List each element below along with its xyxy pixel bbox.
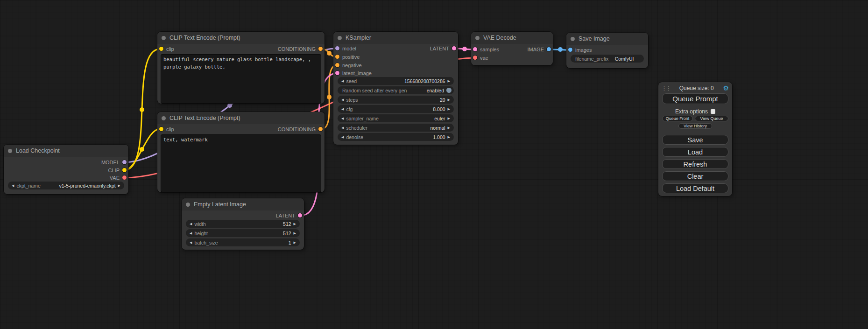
decrement-arrow-icon[interactable]: ◀ [341,133,344,140]
node-vae-decode[interactable]: VAE Decode samples vae IMAGE [471,32,553,65]
prompt-textarea[interactable]: text, watermark [161,134,321,192]
clear-button[interactable]: Clear [662,171,728,181]
drag-handle-icon[interactable]: ⋮⋮ [662,85,670,91]
widget-label: Random seed after every gen [342,88,407,93]
increment-arrow-icon[interactable]: ▶ [448,96,450,103]
load-default-button[interactable]: Load Default [662,183,728,193]
output-slot-vae: VAE [4,174,128,182]
queue-prompt-button[interactable]: Queue Prompt [662,93,728,104]
queue-front-button[interactable]: Queue Front [662,116,693,121]
toggle-dot[interactable] [446,88,452,93]
collapse-dot-icon[interactable] [162,36,166,40]
widget-label: denoise [346,134,363,140]
clip-output-port[interactable] [122,168,127,172]
decrement-arrow-icon[interactable]: ◀ [341,105,344,112]
widget-value: 512 [283,231,291,236]
save-button[interactable]: Save [662,135,728,145]
seed-widget[interactable]: ◀ seed 156680208700286 ▶ [338,77,453,84]
widget-value: v1-5-pruned-emaonly.ckpt [59,183,115,189]
node-title: Load Checkpoint [16,147,60,154]
latent-output-port[interactable] [298,213,302,217]
prompt-textarea[interactable]: beautiful scenery nature glass bottle la… [161,54,321,104]
increment-arrow-icon[interactable]: ▶ [448,77,450,84]
collapse-dot-icon[interactable] [186,203,190,207]
increment-arrow-icon[interactable]: ▶ [118,182,120,189]
node-header[interactable]: KSampler [333,32,458,44]
widget-label: ckpt_name [16,183,40,189]
sampler-name-widget[interactable]: ◀ sampler_name euler ▶ [338,115,453,122]
increment-arrow-icon[interactable]: ▶ [448,124,450,131]
node-empty-latent-image[interactable]: Empty Latent Image LATENT ◀ width 512 ▶ … [182,198,304,250]
node-clip-text-encode-positive[interactable]: CLIP Text Encode (Prompt) clip CONDITION… [157,32,325,104]
collapse-dot-icon[interactable] [338,36,342,40]
node-save-image[interactable]: Save Image images filename_prefix ComfyU… [566,33,648,68]
conditioning-output-port[interactable] [318,47,323,51]
node-ksampler[interactable]: KSampler model positive negative latent_… [333,32,458,145]
slot-label: negative [342,63,362,68]
increment-arrow-icon[interactable]: ▶ [294,220,296,227]
cfg-widget[interactable]: ◀ cfg 8.000 ▶ [338,105,453,112]
increment-arrow-icon[interactable]: ▶ [294,239,296,246]
view-queue-button[interactable]: View Queue [695,116,728,121]
node-title: CLIP Text Encode (Prompt) [169,35,240,41]
refresh-button[interactable]: Refresh [662,159,728,169]
increment-arrow-icon[interactable]: ▶ [448,115,450,122]
node-load-checkpoint[interactable]: Load Checkpoint MODEL CLIP VAE ◀ ckpt_na… [4,145,128,194]
node-graph-canvas[interactable]: Load Checkpoint MODEL CLIP VAE ◀ ckpt_na… [0,0,868,329]
positive-input-port[interactable] [335,55,339,59]
decrement-arrow-icon[interactable]: ◀ [190,220,192,227]
increment-arrow-icon[interactable]: ▶ [448,105,450,112]
random-seed-widget[interactable]: Random seed after every gen enabled [338,87,453,94]
collapse-dot-icon[interactable] [8,149,12,153]
steps-widget[interactable]: ◀ steps 20 ▶ [338,96,453,103]
node-clip-text-encode-negative[interactable]: CLIP Text Encode (Prompt) clip CONDITION… [157,112,325,192]
negative-input-port[interactable] [335,63,339,67]
decrement-arrow-icon[interactable]: ◀ [12,182,14,189]
node-header[interactable]: CLIP Text Encode (Prompt) [157,112,325,124]
vae-output-port[interactable] [122,175,127,180]
conditioning-output-port[interactable] [318,127,323,131]
collapse-dot-icon[interactable] [162,116,166,120]
ckpt-name-widget[interactable]: ◀ ckpt_name v1-5-pruned-emaonly.ckpt ▶ [8,182,124,189]
wire-midpoint-dot [327,95,332,99]
height-widget[interactable]: ◀ height 512 ▶ [186,230,299,237]
node-header[interactable]: Load Checkpoint [4,145,128,157]
settings-gear-icon[interactable]: ⚙ [723,85,729,91]
decrement-arrow-icon[interactable]: ◀ [190,239,192,246]
node-header[interactable]: CLIP Text Encode (Prompt) [157,32,325,44]
widget-value: 156680208700286 [404,78,445,84]
widget-label: filename_prefix [575,56,608,62]
decrement-arrow-icon[interactable]: ◀ [341,124,344,131]
node-header[interactable]: Empty Latent Image [182,198,304,210]
batch-size-widget[interactable]: ◀ batch_size 1 ▶ [186,239,299,246]
slot-label: LATENT [276,213,295,218]
images-input-port[interactable] [568,48,572,52]
input-slot-negative: negative [333,62,458,69]
node-header[interactable]: VAE Decode [471,32,553,44]
queue-menu-header: ⋮⋮ Queue size: 0 ⚙ [658,84,732,92]
decrement-arrow-icon[interactable]: ◀ [190,230,192,237]
width-widget[interactable]: ◀ width 512 ▶ [186,220,299,227]
vae-input-port[interactable] [473,56,477,60]
scheduler-widget[interactable]: ◀ scheduler normal ▶ [338,124,453,131]
collapse-dot-icon[interactable] [475,36,480,40]
decrement-arrow-icon[interactable]: ◀ [341,115,344,122]
model-output-port[interactable] [122,160,127,164]
increment-arrow-icon[interactable]: ▶ [294,230,296,237]
wire-midpoint-dot [462,47,467,51]
decrement-arrow-icon[interactable]: ◀ [341,96,344,103]
denoise-widget[interactable]: ◀ denoise 1.000 ▶ [338,133,453,140]
filename-prefix-widget[interactable]: filename_prefix ComfyUI [571,55,643,62]
widget-label: width [194,221,206,227]
node-header[interactable]: Save Image [566,33,648,45]
extra-options-checkbox[interactable] [711,109,715,114]
load-button[interactable]: Load [662,147,728,157]
latent-output-port[interactable] [452,46,456,50]
increment-arrow-icon[interactable]: ▶ [448,133,450,140]
decrement-arrow-icon[interactable]: ◀ [341,77,344,84]
view-history-button[interactable]: View History [678,123,712,129]
latent-image-input-port[interactable] [335,71,339,75]
wire-midpoint-dot [140,147,144,152]
collapse-dot-icon[interactable] [571,37,575,41]
image-output-port[interactable] [547,47,551,51]
